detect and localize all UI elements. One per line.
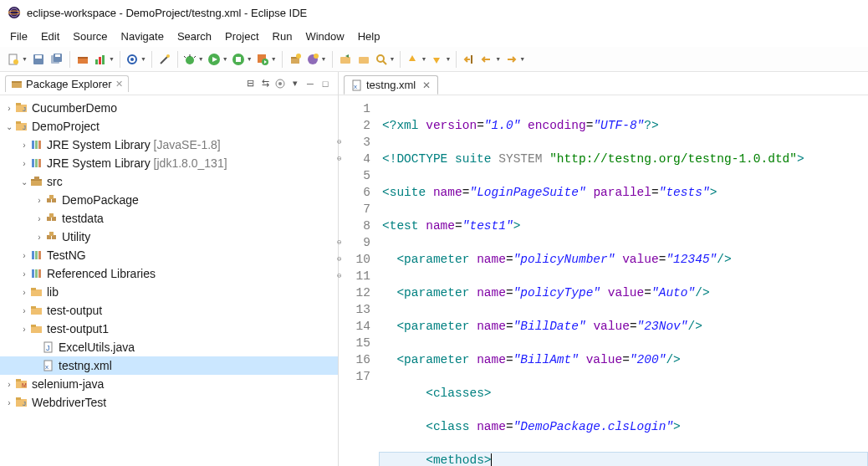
package-icon bbox=[45, 212, 59, 225]
svg-rect-78 bbox=[31, 288, 36, 290]
svg-text:M: M bbox=[22, 382, 27, 388]
svg-rect-74 bbox=[32, 269, 34, 278]
menu-file[interactable]: File bbox=[3, 28, 34, 44]
menu-navigate[interactable]: Navigate bbox=[115, 28, 171, 44]
save-button[interactable] bbox=[29, 50, 48, 69]
view-menu-button[interactable]: ▾ bbox=[288, 76, 303, 91]
library-icon bbox=[30, 138, 43, 151]
svg-rect-81 bbox=[31, 326, 42, 333]
java-file-icon: J bbox=[42, 341, 55, 354]
tree-item-jre1[interactable]: ›JRE System Library [JavaSE-1.8] bbox=[0, 136, 338, 154]
wand-button[interactable] bbox=[156, 50, 174, 69]
svg-rect-26 bbox=[236, 57, 241, 62]
tree-item-lib[interactable]: ›lib bbox=[0, 283, 338, 301]
maven-project-icon: M bbox=[15, 377, 28, 391]
code-content[interactable]: <?xml version="1.0" encoding="UTF-8"?> <… bbox=[379, 95, 868, 466]
external-tools-button[interactable]: ▼ bbox=[254, 50, 278, 69]
open-task-button[interactable] bbox=[355, 50, 373, 69]
collapse-all-button[interactable]: ⊟ bbox=[243, 76, 258, 91]
svg-line-39 bbox=[383, 61, 386, 64]
tree-item-utility[interactable]: ›Utility bbox=[0, 228, 338, 246]
editor-tab-label: testng.xml bbox=[366, 79, 416, 91]
next-annotation-button[interactable]: ▼ bbox=[428, 50, 452, 69]
tree-item-webdrivertest[interactable]: ›JWebdriverTest bbox=[0, 393, 338, 412]
tree-item-testng[interactable]: ›TestNG bbox=[0, 246, 338, 264]
tree-item-excelutils[interactable]: JExcelUtils.java bbox=[0, 338, 338, 356]
svg-marker-41 bbox=[433, 58, 440, 64]
folder-icon bbox=[30, 285, 43, 299]
run-last-button[interactable]: ▼ bbox=[230, 50, 254, 69]
project-icon: J bbox=[15, 396, 28, 409]
minimize-view-button[interactable]: ─ bbox=[303, 76, 318, 91]
prev-annotation-button[interactable]: ▼ bbox=[404, 50, 428, 69]
forward-button[interactable]: ▼ bbox=[503, 50, 527, 69]
maximize-view-button[interactable]: □ bbox=[318, 76, 333, 91]
focus-task-button[interactable] bbox=[273, 76, 288, 91]
svg-rect-80 bbox=[31, 306, 36, 309]
back-button[interactable]: ▼ bbox=[478, 50, 503, 69]
package-tree[interactable]: ›JCucumberDemo ⌄JDemoProject ›JRE System… bbox=[0, 95, 338, 466]
menu-window[interactable]: Window bbox=[299, 28, 350, 44]
svg-rect-73 bbox=[38, 251, 41, 259]
svg-rect-9 bbox=[55, 54, 60, 57]
tree-item-reflibs[interactable]: ›Referenced Libraries bbox=[0, 264, 338, 283]
svg-line-22 bbox=[194, 56, 196, 58]
svg-text:J: J bbox=[23, 124, 26, 131]
tree-item-testngxml[interactable]: xtestng.xml bbox=[0, 356, 338, 375]
open-type-button[interactable] bbox=[336, 50, 355, 69]
tree-item-testoutput[interactable]: ›test-output bbox=[0, 301, 338, 320]
close-tab-button[interactable]: ✕ bbox=[422, 79, 431, 91]
new-package-button[interactable] bbox=[286, 50, 304, 69]
svg-rect-77 bbox=[31, 289, 42, 296]
package-explorer-tab[interactable]: Package Explorer ✕ bbox=[5, 75, 129, 92]
svg-rect-48 bbox=[16, 103, 21, 105]
link-editor-button[interactable]: ⇆ bbox=[258, 76, 273, 91]
svg-rect-61 bbox=[34, 177, 39, 180]
skip-breakpoints-button[interactable]: ▼ bbox=[124, 50, 148, 69]
svg-point-32 bbox=[296, 54, 301, 59]
project-icon: J bbox=[15, 101, 28, 115]
tree-item-seleniumjava[interactable]: ›Mselenium-java bbox=[0, 375, 338, 393]
editor-area: x testng.xml ✕ 1234 5678 9101112 1314151… bbox=[339, 72, 868, 466]
menu-edit[interactable]: Edit bbox=[34, 28, 66, 44]
menu-search[interactable]: Search bbox=[171, 28, 218, 44]
menu-run[interactable]: Run bbox=[266, 28, 299, 44]
svg-point-38 bbox=[377, 55, 384, 62]
tree-item-demoproject[interactable]: ⌄JDemoProject bbox=[0, 117, 338, 136]
tree-item-testoutput1[interactable]: ›test-output1 bbox=[0, 320, 338, 338]
save-all-button[interactable] bbox=[48, 50, 66, 69]
svg-rect-56 bbox=[32, 159, 34, 167]
menubar: File Edit Source Navigate Search Project… bbox=[0, 25, 868, 47]
menu-help[interactable]: Help bbox=[351, 28, 387, 44]
tree-item-cucumberdemo[interactable]: ›JCucumberDemo bbox=[0, 99, 338, 117]
new-type-button[interactable]: ▼ bbox=[304, 50, 329, 69]
library-icon bbox=[30, 267, 43, 280]
svg-rect-70 bbox=[49, 232, 54, 236]
debug-button[interactable]: ▼ bbox=[181, 50, 206, 69]
package-icon bbox=[11, 78, 23, 90]
tree-item-testdata[interactable]: ›testdata bbox=[0, 209, 338, 228]
search-button[interactable]: ▼ bbox=[373, 50, 397, 69]
svg-rect-37 bbox=[359, 57, 369, 64]
build-button[interactable] bbox=[74, 50, 92, 69]
menu-project[interactable]: Project bbox=[218, 28, 265, 44]
svg-rect-55 bbox=[38, 141, 41, 149]
svg-rect-57 bbox=[35, 159, 38, 167]
run-button[interactable]: ▼ bbox=[206, 50, 230, 69]
new-button[interactable]: ▼ bbox=[5, 50, 29, 69]
svg-rect-71 bbox=[32, 251, 34, 259]
tree-item-src[interactable]: ⌄src bbox=[0, 172, 338, 191]
project-icon: J bbox=[15, 120, 28, 133]
last-edit-button[interactable] bbox=[460, 50, 478, 69]
tree-item-demopackage[interactable]: ›DemoPackage bbox=[0, 191, 338, 209]
eclipse-logo-icon bbox=[7, 5, 22, 20]
tree-item-jre2[interactable]: ›JRE System Library [jdk1.8.0_131] bbox=[0, 154, 338, 172]
coverage-button[interactable]: ▼ bbox=[92, 50, 116, 69]
code-editor[interactable]: 1234 5678 9101112 1314151617 <?xml versi… bbox=[339, 95, 868, 466]
svg-text:J: J bbox=[46, 344, 50, 352]
menu-source[interactable]: Source bbox=[66, 28, 114, 44]
editor-tab-testngxml[interactable]: x testng.xml ✕ bbox=[344, 75, 438, 95]
svg-point-18 bbox=[166, 54, 170, 58]
svg-point-34 bbox=[314, 54, 319, 59]
svg-point-4 bbox=[13, 59, 18, 64]
